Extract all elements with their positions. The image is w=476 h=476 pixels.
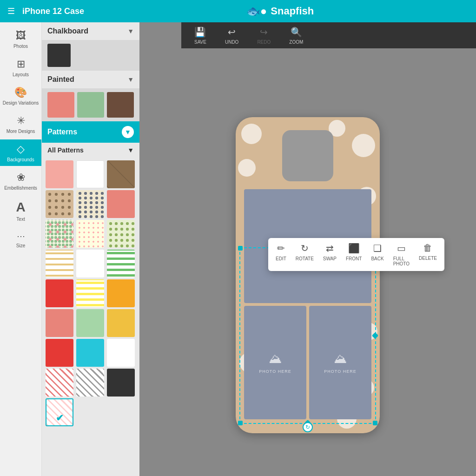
sidebar-item-backgrounds[interactable]: ◇ Backgrounds [0,139,41,166]
sidebar: 🖼 Photos ⊞ Layouts 🎨 Design Variations ✳… [0,22,42,476]
selected-check: ✔ [56,412,64,423]
pattern-item[interactable] [107,160,135,188]
chalkboard-swatch[interactable] [47,44,71,67]
pattern-item-selected[interactable]: ✔ [46,398,73,426]
save-button[interactable]: 💾 SAVE [191,25,210,46]
pattern-item[interactable] [76,309,104,337]
zoom-button[interactable]: 🔍 ZOOM [285,25,307,46]
edit-label: EDIT [276,256,286,261]
backgrounds-panel: Chalkboard ▼ Painted ▼ Patterns ▼ All Pa… [42,22,139,476]
pattern-item[interactable] [46,220,73,248]
sidebar-item-text[interactable]: A Text [0,196,41,225]
redo-label: REDO [257,40,271,45]
rotate-label: ROTATE [296,256,314,261]
pattern-item[interactable] [107,220,135,248]
delete-button[interactable]: 🗑 DELETE [419,243,437,266]
delete-icon: 🗑 [423,243,432,253]
sidebar-label-text: Text [16,217,25,222]
selection-handle-br[interactable] [373,421,377,425]
photo-slot-label-bl: PHOTO HERE [259,369,291,374]
pattern-item[interactable] [76,220,104,248]
patterns-header[interactable]: Patterns ▼ [42,121,139,143]
pattern-item[interactable] [107,190,135,218]
painted-swatch-3[interactable] [107,92,134,118]
pattern-item[interactable] [76,160,104,188]
photo-slot-bottom-right[interactable]: ⛰ PHOTO HERE [309,306,371,420]
back-button[interactable]: ❑ BACK [371,243,383,266]
sidebar-label-photos: Photos [13,44,28,49]
edit-icon: ✏ [277,243,285,254]
all-patterns-label: All Patterns [47,146,84,154]
pattern-item[interactable] [46,369,73,397]
backgrounds-icon: ◇ [17,143,25,155]
pattern-item[interactable] [76,339,104,367]
front-label: FRONT [346,256,362,261]
selection-handle-bl[interactable] [238,421,243,425]
patterns-grid: ✔ [42,158,139,429]
painted-label: Painted [47,75,74,84]
pattern-item[interactable] [76,190,104,218]
sidebar-item-more[interactable]: ✳ More Designs [0,111,41,138]
painted-swatch-2[interactable] [77,92,104,118]
swap-icon: ⇄ [326,243,334,254]
pattern-item[interactable] [76,369,104,397]
app-header: ☰ iPhone 12 Case 🐟● Snapfish [0,0,476,22]
undo-label: UNDO [225,40,238,45]
front-button[interactable]: ⬛ FRONT [346,243,362,266]
chalkboard-header[interactable]: Chalkboard ▼ [42,22,139,40]
sidebar-item-photos[interactable]: 🖼 Photos [0,26,41,53]
painted-swatch-1[interactable] [47,92,74,118]
embellishments-icon: ❀ [17,172,25,184]
brand-logo: 🐟● Snapfish [246,5,314,18]
rotate-button[interactable]: ↻ ROTATE [296,243,314,266]
pattern-item[interactable] [107,369,135,397]
sidebar-item-layouts[interactable]: ⊞ Layouts [0,54,41,81]
painted-swatches [42,88,139,121]
undo-button[interactable]: ↩ UNDO [221,25,242,46]
fullphoto-label: FULL PHOTO [393,256,410,266]
back-label: BACK [371,256,383,261]
pattern-item[interactable] [76,279,104,307]
fullphoto-button[interactable]: ▭ FULL PHOTO [393,243,410,266]
painted-header[interactable]: Painted ▼ [42,71,139,88]
pattern-item[interactable] [46,250,73,278]
undo-icon: ↩ [228,26,236,38]
layouts-icon: ⊞ [17,58,25,70]
patterns-chevron: ▼ [122,126,134,138]
pattern-item[interactable] [46,309,73,337]
pattern-item[interactable] [107,279,135,307]
rotate-handle[interactable]: ↻ [303,422,313,432]
fullphoto-icon: ▭ [397,243,406,254]
menu-icon[interactable]: ☰ [7,6,15,16]
pattern-item[interactable] [107,339,135,367]
size-icon: ⋯ [17,231,25,241]
pattern-item[interactable] [107,309,135,337]
pattern-item[interactable] [76,250,104,278]
pattern-item[interactable] [46,279,73,307]
pattern-item[interactable] [46,339,73,367]
camera-cutout [282,130,333,181]
redo-button[interactable]: ↪ REDO [253,25,274,46]
pattern-item[interactable] [107,250,135,278]
selection-handle-mb[interactable] [304,420,311,426]
selection-handle-tl[interactable] [238,246,243,251]
sidebar-item-size[interactable]: ⋯ Size [0,227,41,252]
pattern-item[interactable] [46,160,73,188]
photos-icon: 🖼 [16,30,26,42]
photo-slot-bottom-left[interactable]: ⛰ PHOTO HERE [244,306,306,420]
back-icon: ❑ [373,243,382,254]
all-patterns-header[interactable]: All Patterns ▼ [42,143,139,158]
edit-button[interactable]: ✏ EDIT [276,243,286,266]
sidebar-label-layouts: Layouts [13,72,29,77]
product-title: iPhone 12 Case [22,7,84,16]
text-icon: A [16,200,25,215]
swap-button[interactable]: ⇄ SWAP [323,243,337,266]
main-layout: 🖼 Photos ⊞ Layouts 🎨 Design Variations ✳… [0,22,476,476]
sidebar-item-design[interactable]: 🎨 Design Variations [0,83,41,109]
canvas-area: 💾 SAVE ↩ UNDO ↪ REDO 🔍 ZOOM [139,22,476,476]
delete-label: DELETE [419,256,437,261]
pattern-item[interactable] [46,190,73,218]
sidebar-item-embellishments[interactable]: ❀ Embellishments [0,168,41,194]
redo-icon: ↪ [260,26,268,38]
fish-icon: 🐟● [246,5,267,18]
